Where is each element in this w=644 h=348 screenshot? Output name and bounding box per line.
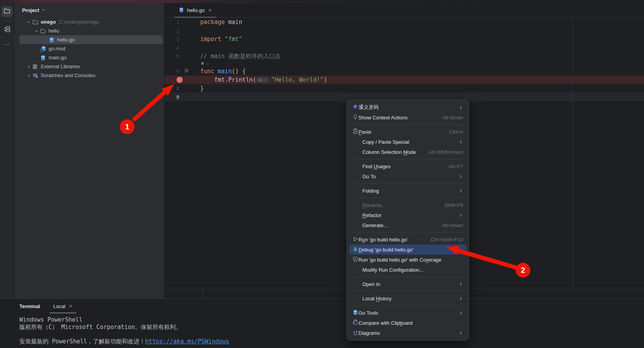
menu-item-paste[interactable]: PasteCtrl+V xyxy=(349,127,466,137)
chevron-down-icon[interactable] xyxy=(33,28,40,34)
menu-item-shortcut: Alt+Insert xyxy=(442,222,463,228)
project-tool-button[interactable] xyxy=(2,6,12,17)
tree-item-hello-go[interactable]: hello.go xyxy=(19,35,163,44)
line-number: 4 xyxy=(164,45,182,51)
code-area[interactable]: 1package main23import "fmt"45// main 函数是… xyxy=(164,18,644,101)
line-number: 2 xyxy=(164,28,182,34)
menu-item-label: Local History xyxy=(362,296,454,301)
tree-item-main-go[interactable]: main.go xyxy=(19,53,163,62)
menu-item-label: Show Context Actions xyxy=(358,115,434,121)
terminal-output[interactable]: Windows PowerShell版权所有（C） Microsoft Corp… xyxy=(0,314,644,345)
folder-icon xyxy=(32,19,39,25)
code-text: } xyxy=(197,84,204,93)
chevron-down-icon xyxy=(41,7,46,14)
paste-icon xyxy=(352,128,358,136)
menu-item-rename[interactable]: Rename...Shift+F6 xyxy=(349,200,466,210)
terminal-tab-close-icon[interactable]: ✕ xyxy=(69,303,73,309)
debug-bug-icon xyxy=(352,246,358,253)
tree-item-scratches-and-consoles[interactable]: Scratches and Consoles xyxy=(19,71,163,80)
tree-item-label: go.mod xyxy=(48,46,65,52)
tree-item-label: Scratches and Consoles xyxy=(41,72,95,78)
line-number: 8 xyxy=(164,86,182,91)
code-line-6[interactable]: 6func main() { xyxy=(164,67,644,76)
terminal-tab-bar: Terminal Local ✕ xyxy=(0,299,644,314)
ai-codelens-row[interactable] xyxy=(164,60,644,67)
more-tool-windows-button[interactable]: ⋯ xyxy=(0,41,14,48)
chevron-right-icon[interactable] xyxy=(26,64,32,69)
menu-item-label: Debug 'go build hello.go' xyxy=(358,247,463,253)
annotation-badge-1: 1 xyxy=(120,119,135,134)
menu-item-column-selection-mode[interactable]: Column Selection ModeAlt+Shift+Insert xyxy=(349,147,466,157)
menu-separator xyxy=(352,232,463,233)
breakpoint-icon[interactable] xyxy=(177,77,183,83)
menu-item-show-context-actions[interactable]: Show Context ActionsAlt+Enter xyxy=(349,112,466,122)
qwen-ai-icon[interactable] xyxy=(200,60,205,67)
menu-item-label: Generate... xyxy=(362,222,433,228)
menu-item-label: Go To xyxy=(362,174,454,179)
menu-item-modify-run-configuration[interactable]: Modify Run Configuration... xyxy=(349,265,466,275)
submenu-arrow-icon xyxy=(458,188,463,193)
menu-item-shortcut: Ctrl+Shift+F10 xyxy=(431,237,463,243)
code-line-2[interactable]: 2 xyxy=(164,26,644,35)
terminal-line: Windows PowerShell xyxy=(19,316,644,324)
menu-separator xyxy=(352,277,463,277)
menu-item-run-go-build-hello-go[interactable]: Run 'go build hello.go'Ctrl+Shift+F10 xyxy=(349,234,466,245)
menu-separator xyxy=(352,305,463,306)
code-text: fmt.Println(a…:"Hello, World!") xyxy=(197,76,327,84)
line-number: 3 xyxy=(164,36,182,42)
tree-item-label: External Libraries xyxy=(41,64,80,69)
chevron-down-icon[interactable] xyxy=(26,19,32,25)
menu-item-open-in[interactable]: Open In xyxy=(349,279,466,289)
tree-item-path: C:\code\go\onego xyxy=(59,19,99,25)
code-line-8[interactable]: 8} xyxy=(164,84,644,93)
right-margin-guide xyxy=(573,18,573,288)
terminal-tab-label: Local xyxy=(53,303,65,309)
code-line-1[interactable]: 1package main xyxy=(164,18,644,26)
menu-item-run-go-build-hello-go-with-coverage[interactable]: Run 'go build hello.go' with Coverage xyxy=(349,255,466,265)
run-gutter-icon[interactable] xyxy=(184,68,189,75)
menu-item-label: Rename... xyxy=(362,202,436,208)
tree-item-go-mod[interactable]: go.mod xyxy=(19,44,163,53)
menu-item-通义灵码[interactable]: 通义灵码 xyxy=(349,102,466,112)
gutter-icon-zone xyxy=(182,68,197,75)
window-title-strip xyxy=(0,0,644,3)
terminal-line: 安装最新的 PowerShell，了解新功能和改进！https://aka.ms… xyxy=(19,338,644,345)
menu-item-label: Refactor xyxy=(362,212,454,218)
chevron-down-icon[interactable] xyxy=(206,60,210,67)
submenu-arrow-icon xyxy=(458,213,463,218)
menu-item-refactor[interactable]: Refactor xyxy=(349,210,466,220)
tree-item-hello[interactable]: hello xyxy=(19,26,163,35)
editor-tab-hello-go[interactable]: hello.go ✕ xyxy=(175,3,216,17)
code-line-7[interactable]: fmt.Println(a…:"Hello, World!") xyxy=(164,76,644,84)
menu-item-folding[interactable]: Folding xyxy=(349,186,466,196)
submenu-arrow-icon xyxy=(458,282,463,287)
menu-item-generate[interactable]: Generate...Alt+Insert xyxy=(349,220,466,230)
menu-item-debug-go-build-hello-go[interactable]: Debug 'go build hello.go' xyxy=(349,245,466,255)
tree-item-external-libraries[interactable]: External Libraries xyxy=(19,62,163,71)
code-line-4[interactable]: 4 xyxy=(164,43,644,52)
line-number: 9 xyxy=(164,94,182,100)
menu-item-label: Copy / Paste Special xyxy=(362,139,454,145)
tab-close-icon[interactable]: ✕ xyxy=(208,8,212,13)
terminal-line: 版权所有（C） Microsoft Corporation。保留所有权利。 xyxy=(19,324,644,331)
menu-item-label: Go Tools xyxy=(358,310,454,316)
menu-item-local-history[interactable]: Local History xyxy=(349,293,466,303)
menu-item-find-usages[interactable]: Find UsagesAlt+F7 xyxy=(349,161,466,171)
tree-item-onego[interactable]: onegoC:\code\go\onego xyxy=(19,17,163,26)
structure-tool-button[interactable] xyxy=(2,24,12,35)
menu-item-shortcut: Alt+Shift+Insert xyxy=(429,149,463,155)
menu-item-go-to[interactable]: Go To xyxy=(349,171,466,181)
annotation-badge-2: 2 xyxy=(516,263,530,277)
terminal-tab-local[interactable]: Local ✕ xyxy=(51,299,75,314)
project-panel-header[interactable]: Project xyxy=(14,3,164,17)
menu-item-label: Column Selection Mode xyxy=(362,149,420,155)
code-line-3[interactable]: 3import "fmt" xyxy=(164,35,644,43)
code-line-5[interactable]: 5// main 函数是程序的入口点 xyxy=(164,52,644,60)
powershell-update-link[interactable]: https://aka.ms/PSWindows xyxy=(145,338,229,345)
menu-item-go-tools[interactable]: Go Tools xyxy=(349,308,466,318)
menu-item-diagrams[interactable]: Diagrams xyxy=(349,328,466,338)
menu-item-copy-paste-special[interactable]: Copy / Paste Special xyxy=(349,137,466,147)
chevron-right-icon[interactable] xyxy=(26,73,32,78)
terminal-title[interactable]: Terminal xyxy=(19,303,40,309)
menu-item-compare-with-clipboard[interactable]: Compare with Clipboard xyxy=(349,318,466,328)
